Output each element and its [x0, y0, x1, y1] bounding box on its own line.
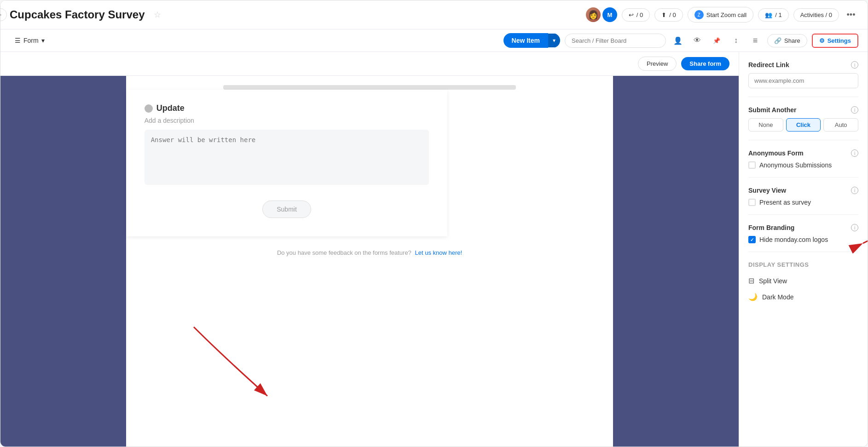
search-input[interactable]	[565, 34, 666, 48]
pin-btn[interactable]: 📌	[709, 33, 724, 48]
anonymous-form-section: Anonymous Form i Anonymous Submissions	[748, 149, 858, 178]
form-branding-label: Form Branding	[748, 224, 794, 231]
new-item-button[interactable]: New Item ▾	[503, 33, 560, 48]
anonymous-form-header: Anonymous Form i	[748, 149, 858, 157]
redirect-link-label: Redirect Link	[748, 61, 789, 69]
chevron-right-icon: ›	[0, 11, 1, 18]
form-feedback: Do you have some feedback on the forms f…	[126, 243, 613, 263]
redo-btn[interactable]: ⬆ / 0	[654, 8, 683, 22]
redirect-link-header: Redirect Link i	[748, 61, 858, 69]
preview-btn[interactable]: Preview	[638, 57, 677, 71]
people-btn[interactable]: 👥 / 1	[758, 8, 788, 22]
arrow-annotation-1	[185, 318, 323, 410]
filter-icon: ≡	[753, 36, 758, 46]
anonymous-checkbox-row: Anonymous Submissions	[748, 161, 858, 169]
share-form-button[interactable]: Share form	[681, 57, 729, 70]
header: › Cupcakes Factory Survey ☆ 👩 M ↩ / 0 ⬆ …	[0, 0, 868, 29]
avatar[interactable]: 👩	[586, 7, 601, 22]
toolbar: ☰ Form ▾ New Item ▾ 👤 👁 📌 ↕ ≡ 🔗 Share	[0, 29, 868, 52]
avatar-badge[interactable]: M	[602, 7, 617, 22]
header-actions: 👩 M ↩ / 0 ⬆ / 0 Z Start Zoom call 👥 /	[586, 7, 858, 23]
undo-count: / 0	[637, 11, 643, 18]
share-btn[interactable]: 🔗 Share	[767, 34, 807, 47]
sort-btn[interactable]: ↕	[729, 33, 743, 48]
form-card: Update Add a description Submit	[126, 90, 448, 236]
form-content: Update Add a description Submit Do you h…	[0, 76, 739, 447]
form-bg-left	[0, 76, 126, 447]
hide-icon: 👁	[694, 36, 701, 45]
display-settings-section: Display Settings ⊟ Split View 🌙 Dark Mod…	[748, 261, 858, 313]
survey-view-header: Survey View i	[748, 187, 858, 194]
form-bg-right	[613, 76, 739, 447]
share-label: Share	[784, 37, 800, 44]
star-icon[interactable]: ☆	[154, 10, 161, 20]
form-branding-checkbox-row: Hide monday.com logos	[748, 236, 858, 243]
split-view-icon: ⊟	[748, 276, 754, 285]
survey-view-checkbox[interactable]	[748, 199, 756, 206]
redo-count: / 0	[669, 11, 676, 18]
avatar-group: 👩 M	[586, 7, 617, 22]
submit-another-header: Submit Another i	[748, 106, 858, 114]
form-answer-textarea[interactable]	[145, 130, 429, 185]
settings-btn[interactable]: ⚙ Settings	[812, 34, 858, 48]
hide-logos-checkbox[interactable]	[748, 236, 756, 243]
form-full-area: Preview Share form Update	[0, 52, 739, 447]
submit-another-info-icon[interactable]: i	[851, 106, 858, 114]
submit-none-btn[interactable]: None	[748, 118, 783, 132]
survey-view-info-icon[interactable]: i	[851, 187, 858, 194]
main-area: Preview Share form Update	[0, 52, 868, 447]
survey-view-checkbox-row: Present as survey	[748, 199, 858, 206]
sidebar-toggle[interactable]: ›	[0, 8, 7, 21]
board-title: Cupcakes Factory Survey	[10, 8, 145, 21]
undo-btn[interactable]: ↩ / 0	[622, 8, 650, 22]
person-filter-btn[interactable]: 👤	[671, 33, 685, 48]
form-selector[interactable]: ☰ Form ▾	[10, 34, 50, 47]
submit-auto-btn[interactable]: Auto	[823, 118, 858, 132]
form-branding-header: Form Branding i	[748, 224, 858, 231]
start-zoom-button[interactable]: Z Start Zoom call	[688, 7, 753, 23]
field-title-text: Update	[156, 103, 185, 113]
split-view-label: Split View	[759, 277, 787, 285]
form-branding-section: Form Branding i Hide monday.com logos	[748, 224, 858, 252]
display-settings-label: Display Settings	[748, 261, 858, 268]
undo-icon: ↩	[629, 11, 634, 18]
anonymous-checkbox[interactable]	[748, 161, 756, 169]
anonymous-info-icon[interactable]: i	[851, 149, 858, 157]
field-status-icon	[145, 104, 153, 113]
more-menu-btn[interactable]: •••	[844, 7, 858, 22]
dark-mode-icon: 🌙	[748, 292, 758, 301]
split-view-option[interactable]: ⊟ Split View	[748, 273, 858, 289]
filter-btn[interactable]: ≡	[748, 33, 763, 48]
gear-icon: ⚙	[819, 37, 825, 44]
hide-logos-label: Hide monday.com logos	[759, 236, 828, 243]
anonymous-checkbox-label: Anonymous Submissions	[759, 161, 832, 169]
dark-mode-option[interactable]: 🌙 Dark Mode	[748, 289, 858, 305]
feedback-text: Do you have some feedback on the forms f…	[277, 249, 411, 256]
more-icon: •••	[847, 10, 856, 20]
submit-button[interactable]: Submit	[262, 201, 311, 218]
zoom-btn-label: Start Zoom call	[706, 11, 746, 18]
redirect-input[interactable]	[748, 73, 858, 88]
activities-btn[interactable]: Activities / 0	[793, 8, 839, 22]
new-item-dropdown-btn[interactable]: ▾	[548, 34, 560, 47]
redo-icon: ⬆	[661, 11, 666, 18]
survey-view-label: Survey View	[748, 187, 786, 194]
form-field-title: Update	[145, 103, 429, 113]
form-selector-icon: ☰	[15, 37, 21, 44]
new-item-main-btn[interactable]: New Item	[503, 33, 548, 48]
sort-icon: ↕	[734, 36, 738, 45]
redirect-info-icon[interactable]: i	[851, 61, 858, 69]
pin-icon: 📌	[713, 37, 720, 44]
settings-label: Settings	[827, 37, 851, 44]
form-branding-info-icon[interactable]: i	[851, 224, 858, 231]
people-icon: 👥	[765, 11, 772, 18]
hide-btn[interactable]: 👁	[690, 33, 705, 48]
survey-view-checkbox-label: Present as survey	[759, 199, 811, 206]
feedback-link[interactable]: Let us know here!	[415, 249, 462, 256]
people-count: / 1	[775, 11, 781, 18]
form-selector-chevron: ▾	[41, 37, 45, 44]
zoom-icon: Z	[694, 10, 704, 19]
submit-click-btn[interactable]: Click	[786, 118, 821, 132]
anonymous-form-label: Anonymous Form	[748, 149, 804, 157]
survey-view-section: Survey View i Present as survey	[748, 187, 858, 215]
